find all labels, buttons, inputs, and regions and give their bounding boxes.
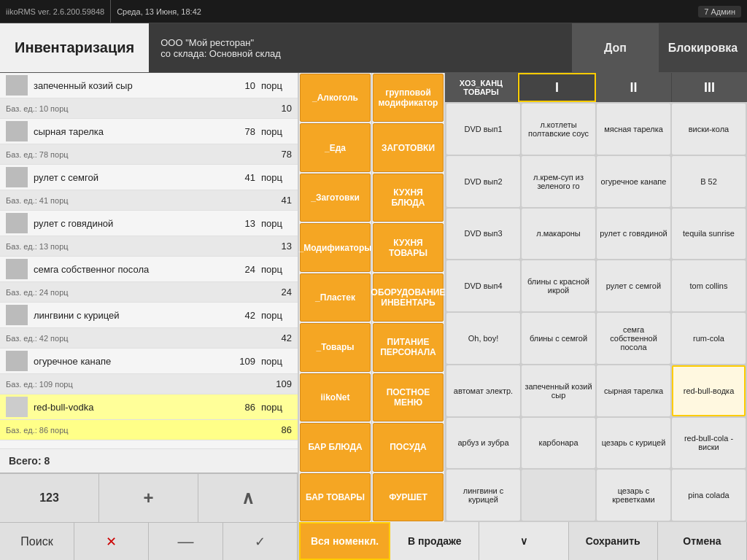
item-row[interactable]: сырная тарелка78порц <box>0 119 298 144</box>
item-row[interactable]: red-bull-vodka86порц <box>0 394 298 420</box>
tab-III[interactable]: III <box>672 73 747 102</box>
down-arrow-button[interactable]: ∨ <box>479 522 568 560</box>
product-button[interactable]: виски-кола <box>672 104 746 155</box>
category-button[interactable]: _Товары <box>300 323 371 371</box>
tab-row: ХОЗ_КАНЦ ТОВАРЫ I II III <box>445 73 747 102</box>
item-name: семга собственног посола <box>34 264 219 275</box>
dop-button[interactable]: Доп <box>572 23 659 72</box>
subcategory-button[interactable]: КУХНЯ ТОВАРЫ <box>373 223 444 271</box>
product-button[interactable]: цезарь с курицей <box>597 418 670 469</box>
base-label: Баз. ед.: 24 порц <box>6 288 255 297</box>
category-button[interactable]: _Пластек <box>300 273 371 322</box>
product-button[interactable]: tequila sunrise <box>672 209 746 260</box>
in-sale-button[interactable]: В продаже <box>390 522 479 560</box>
up-arrow-button[interactable]: ∧ <box>198 474 298 522</box>
base-label: Баз. ед.: 10 порц <box>6 104 255 113</box>
subcategory-button[interactable]: ФУРШЕТ <box>373 473 444 521</box>
product-button[interactable]: л.макароны <box>522 209 595 260</box>
subcategory-button[interactable]: ЗАГОТОВКИ <box>373 123 444 171</box>
product-button[interactable]: л.крем-суп из зеленого го <box>522 156 595 207</box>
item-name: запеченный козий сыр <box>34 80 219 91</box>
product-button[interactable]: Oh, boy! <box>446 313 520 364</box>
main-content: запеченный козий сыр10порцБаз. ед.: 10 п… <box>0 73 747 560</box>
item-name: red-bull-vodka <box>34 402 219 413</box>
block-button[interactable]: Блокировка <box>659 23 747 72</box>
base-label: Баз. ед.: 13 порц <box>6 242 255 251</box>
header: iikoRMS ver. 2.6.200.59848 Среда, 13 Июн… <box>0 0 747 23</box>
check-button[interactable]: ✓ <box>223 522 298 560</box>
base-qty: 10 <box>255 103 292 114</box>
product-button[interactable]: red-bull-cola - виски <box>672 418 746 469</box>
item-row[interactable]: запеченный козий сыр10порц <box>0 73 298 98</box>
tab-II[interactable]: II <box>596 73 672 102</box>
product-button[interactable]: мясная тарелка <box>597 104 670 155</box>
product-button[interactable]: DVD вып1 <box>446 104 520 155</box>
close-button[interactable]: ✕ <box>74 522 149 560</box>
subcategory-button[interactable]: КУХНЯ БЛЮДА <box>373 174 444 222</box>
total-count: Всего: 8 <box>9 455 50 467</box>
item-base-row: Баз. ед.: 42 порц42 <box>0 328 298 349</box>
product-button[interactable]: red-bull-водка <box>672 365 746 416</box>
product-button[interactable]: огуречное канапе <box>597 156 670 207</box>
item-unit: порц <box>255 80 292 91</box>
product-button[interactable]: лингвини с курицей <box>446 470 520 521</box>
all-nomenclature-button[interactable]: Вся номенкл. <box>299 522 390 560</box>
product-button[interactable]: pina colada <box>672 470 746 521</box>
product-button[interactable]: сырная тарелка <box>597 365 670 416</box>
subcategory-button[interactable]: групповой модификатор <box>373 74 444 122</box>
item-qty: 41 <box>219 172 255 183</box>
num-button[interactable]: 123 <box>0 474 99 522</box>
category-button[interactable]: БАР БЛЮДА <box>300 423 371 471</box>
subcategory-button[interactable]: ПОСУДА <box>373 423 444 471</box>
header-datetime: Среда, 13 Июня, 18:42 <box>117 7 201 16</box>
item-thumbnail <box>6 351 28 371</box>
tab-I[interactable]: I <box>518 73 596 102</box>
product-button[interactable]: автомат электр. <box>446 365 520 416</box>
item-row[interactable]: рулет с говядиной13порц <box>0 211 298 236</box>
minus-button[interactable]: — <box>149 522 223 560</box>
subcategory-button[interactable]: ПИТАНИЕ ПЕРСОНАЛА <box>373 323 444 371</box>
product-button[interactable]: л.котлеты полтавские соус <box>522 104 595 155</box>
cancel-button[interactable]: Отмена <box>658 522 747 560</box>
category-button[interactable]: _Алкоголь <box>300 74 371 122</box>
product-grid: DVD вып1л.котлеты полтавские соусмясная … <box>445 102 747 522</box>
product-button[interactable]: tom collins <box>672 260 746 311</box>
base-qty: 109 <box>255 378 292 389</box>
product-button[interactable]: рулет с семгой <box>597 260 670 311</box>
category-button[interactable]: _Заготовки <box>300 174 371 222</box>
product-button[interactable]: рулет с говядиной <box>597 209 670 260</box>
item-row[interactable]: лингвини с курицей42порц <box>0 303 298 328</box>
product-button[interactable]: арбуз и зубра <box>446 418 520 469</box>
item-row[interactable]: семга собственног посола24порц <box>0 257 298 282</box>
product-button[interactable]: семга собственной посола <box>597 313 670 364</box>
subcategory-button[interactable]: ОБОРУДОВАНИЕ ИНВЕНТАРЬ <box>373 273 444 322</box>
category-button[interactable]: iikoNet <box>300 373 371 421</box>
action-bar: Поиск ✕ — ✓ <box>0 522 298 560</box>
save-button[interactable]: Сохранить <box>569 522 658 560</box>
product-button[interactable]: блины с красной икрой <box>522 260 595 311</box>
subcategory-button[interactable]: ПОСТНОЕ МЕНЮ <box>373 373 444 421</box>
item-row[interactable]: рулет с семгой41порц <box>0 165 298 190</box>
category-button[interactable]: БАР ТОВАРЫ <box>300 473 371 521</box>
item-unit: порц <box>255 126 292 137</box>
product-button[interactable]: запеченный козий сыр <box>522 365 595 416</box>
product-button[interactable]: DVD вып2 <box>446 156 520 207</box>
category-button[interactable]: _Еда <box>300 123 371 171</box>
product-button[interactable]: DVD вып4 <box>446 260 520 311</box>
product-button[interactable]: блины с семгой <box>522 313 595 364</box>
category-area: _Алкоголь_Еда_Заготовки_Модификаторы_Пла… <box>299 73 747 522</box>
product-button[interactable]: DVD вып3 <box>446 209 520 260</box>
item-qty: 13 <box>219 218 255 229</box>
item-unit: порц <box>255 402 292 413</box>
product-button[interactable]: B 52 <box>672 156 746 207</box>
base-qty: 24 <box>255 287 292 298</box>
product-button[interactable]: карбонара <box>522 418 595 469</box>
plus-button[interactable]: + <box>99 474 198 522</box>
base-label: Баз. ед.: 41 порц <box>6 196 255 205</box>
category-button[interactable]: _Модификаторы <box>300 223 371 271</box>
search-button[interactable]: Поиск <box>0 522 74 560</box>
product-button[interactable]: цезарь с креветками <box>597 470 670 521</box>
item-row[interactable]: огуречное канапе109порц <box>0 349 298 374</box>
topbar: Инвентаризация ООО "Мой ресторан" со скл… <box>0 23 747 73</box>
product-button[interactable]: rum-cola <box>672 313 746 364</box>
